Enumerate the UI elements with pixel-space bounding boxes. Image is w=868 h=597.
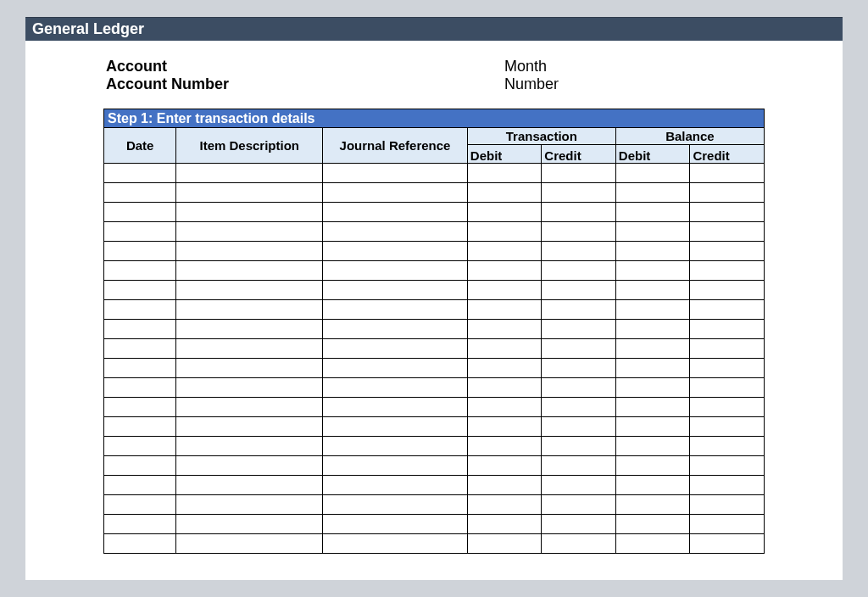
cell-item[interactable]	[176, 495, 323, 515]
cell-txc[interactable]	[542, 261, 616, 281]
cell-date[interactable]	[104, 437, 176, 456]
cell-txc[interactable]	[542, 183, 616, 203]
cell-txc[interactable]	[542, 242, 616, 261]
cell-bad[interactable]	[615, 378, 690, 398]
cell-bad[interactable]	[615, 164, 690, 183]
table-row[interactable]	[104, 222, 765, 242]
cell-bad[interactable]	[615, 456, 690, 476]
cell-bac[interactable]	[690, 456, 765, 476]
table-row[interactable]	[104, 320, 765, 339]
cell-item[interactable]	[176, 417, 323, 437]
cell-bac[interactable]	[690, 183, 765, 203]
cell-date[interactable]	[104, 398, 176, 417]
cell-bac[interactable]	[690, 476, 765, 495]
cell-date[interactable]	[104, 515, 176, 534]
cell-txd[interactable]	[467, 456, 542, 476]
cell-bad[interactable]	[615, 222, 690, 242]
table-row[interactable]	[104, 281, 765, 300]
cell-txc[interactable]	[542, 281, 616, 300]
cell-txd[interactable]	[467, 222, 542, 242]
cell-txd[interactable]	[467, 242, 542, 261]
cell-date[interactable]	[104, 378, 176, 398]
cell-jref[interactable]	[323, 378, 468, 398]
cell-bac[interactable]	[690, 398, 765, 417]
cell-bac[interactable]	[690, 261, 765, 281]
cell-txc[interactable]	[542, 339, 616, 359]
cell-bac[interactable]	[690, 222, 765, 242]
table-row[interactable]	[104, 456, 765, 476]
cell-bac[interactable]	[690, 495, 765, 515]
cell-txd[interactable]	[467, 437, 542, 456]
cell-txd[interactable]	[467, 261, 542, 281]
cell-bac[interactable]	[690, 300, 765, 320]
cell-bad[interactable]	[615, 242, 690, 261]
cell-item[interactable]	[176, 203, 323, 222]
table-row[interactable]	[104, 515, 765, 534]
cell-txc[interactable]	[542, 203, 616, 222]
table-row[interactable]	[104, 261, 765, 281]
cell-bac[interactable]	[690, 320, 765, 339]
table-row[interactable]	[104, 242, 765, 261]
cell-item[interactable]	[176, 359, 323, 378]
cell-date[interactable]	[104, 417, 176, 437]
cell-item[interactable]	[176, 183, 323, 203]
cell-bad[interactable]	[615, 183, 690, 203]
cell-bad[interactable]	[615, 359, 690, 378]
cell-date[interactable]	[104, 495, 176, 515]
cell-txc[interactable]	[542, 398, 616, 417]
cell-jref[interactable]	[323, 359, 468, 378]
cell-bad[interactable]	[615, 437, 690, 456]
cell-date[interactable]	[104, 300, 176, 320]
table-row[interactable]	[104, 495, 765, 515]
cell-bac[interactable]	[690, 203, 765, 222]
cell-txd[interactable]	[467, 203, 542, 222]
cell-item[interactable]	[176, 242, 323, 261]
cell-jref[interactable]	[323, 534, 468, 554]
cell-txc[interactable]	[542, 515, 616, 534]
cell-bad[interactable]	[615, 476, 690, 495]
cell-bac[interactable]	[690, 515, 765, 534]
cell-txd[interactable]	[467, 515, 542, 534]
cell-item[interactable]	[176, 222, 323, 242]
cell-date[interactable]	[104, 534, 176, 554]
cell-jref[interactable]	[323, 300, 468, 320]
cell-txd[interactable]	[467, 339, 542, 359]
cell-txd[interactable]	[467, 300, 542, 320]
cell-bac[interactable]	[690, 242, 765, 261]
cell-item[interactable]	[176, 164, 323, 183]
cell-bac[interactable]	[690, 339, 765, 359]
cell-jref[interactable]	[323, 339, 468, 359]
table-row[interactable]	[104, 183, 765, 203]
table-row[interactable]	[104, 378, 765, 398]
table-row[interactable]	[104, 203, 765, 222]
cell-bac[interactable]	[690, 164, 765, 183]
cell-txc[interactable]	[542, 417, 616, 437]
cell-bad[interactable]	[615, 203, 690, 222]
cell-txd[interactable]	[467, 534, 542, 554]
cell-txd[interactable]	[467, 183, 542, 203]
cell-txd[interactable]	[467, 359, 542, 378]
cell-bad[interactable]	[615, 320, 690, 339]
cell-item[interactable]	[176, 261, 323, 281]
cell-txd[interactable]	[467, 417, 542, 437]
cell-bac[interactable]	[690, 417, 765, 437]
table-row[interactable]	[104, 359, 765, 378]
cell-txd[interactable]	[467, 320, 542, 339]
cell-date[interactable]	[104, 242, 176, 261]
cell-bad[interactable]	[615, 300, 690, 320]
cell-txc[interactable]	[542, 534, 616, 554]
cell-item[interactable]	[176, 515, 323, 534]
cell-txd[interactable]	[467, 495, 542, 515]
cell-item[interactable]	[176, 378, 323, 398]
table-row[interactable]	[104, 339, 765, 359]
cell-txd[interactable]	[467, 398, 542, 417]
cell-txc[interactable]	[542, 320, 616, 339]
table-row[interactable]	[104, 437, 765, 456]
cell-bad[interactable]	[615, 339, 690, 359]
cell-txc[interactable]	[542, 222, 616, 242]
cell-jref[interactable]	[323, 281, 468, 300]
cell-bad[interactable]	[615, 534, 690, 554]
cell-bad[interactable]	[615, 261, 690, 281]
cell-txc[interactable]	[542, 476, 616, 495]
cell-jref[interactable]	[323, 437, 468, 456]
